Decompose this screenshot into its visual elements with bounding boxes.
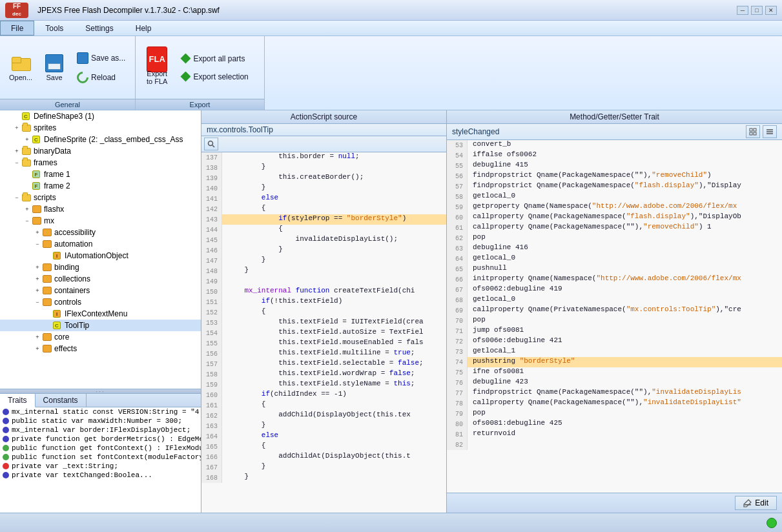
open-label: Open... <box>9 74 32 81</box>
tree-toggle[interactable] <box>43 251 53 261</box>
tree-toggle[interactable]: + <box>32 262 43 272</box>
tree-item-frames[interactable]: − frames <box>0 157 201 169</box>
code-line: 55debugline 415 <box>447 161 782 171</box>
code-toolbar <box>201 136 446 152</box>
toolbar: Open... Save Save as... Reload <box>0 36 782 110</box>
tree-toggle[interactable]: + <box>32 285 43 296</box>
code-line: 62pop <box>447 233 782 243</box>
code-tool-btn[interactable] <box>204 138 218 150</box>
tree-item-frame1[interactable]: F frame 1 <box>0 169 201 180</box>
code-line: 142 { <box>201 204 446 214</box>
tab-constants[interactable]: Constants <box>36 394 87 407</box>
menu-tools[interactable]: Tools <box>34 21 74 36</box>
tree-toggle[interactable]: + <box>32 274 43 284</box>
tab-traits[interactable]: Traits <box>0 394 36 407</box>
open-button[interactable]: Open... <box>5 51 36 85</box>
maximize-button[interactable]: □ <box>751 6 763 15</box>
tree-toggle[interactable]: − <box>32 239 43 249</box>
class-icon: I <box>53 251 63 260</box>
tree-toggle[interactable] <box>22 181 32 191</box>
close-button[interactable]: ✕ <box>765 6 777 15</box>
export-fla-button[interactable]: FLA Exportto FLA <box>141 47 173 88</box>
tree-item-iflexcontextmenu[interactable]: I IFlexContextMenu <box>0 308 201 320</box>
tree-item-definesprite[interactable]: + C DefineSprite (2: _class_embed_css_As… <box>0 134 201 145</box>
menu-help[interactable]: Help <box>125 21 163 36</box>
tree-toggle[interactable]: + <box>32 227 43 238</box>
edit-button[interactable]: Edit <box>735 496 777 510</box>
save-as-button[interactable]: Save as... <box>72 50 130 66</box>
tree-label: mx <box>43 216 54 225</box>
tree-item-containers[interactable]: + containers <box>0 285 201 296</box>
save-icon <box>44 54 65 72</box>
tree-item-scripts[interactable]: − scripts <box>0 192 201 203</box>
actionscript-code[interactable]: 137 this.border = null; 138 } 139 this.c… <box>201 152 446 513</box>
export-selection-button[interactable]: Export selection <box>176 69 252 85</box>
code-line: 161 { <box>201 400 446 411</box>
trait-text: public static var maxWidth:Number = 300; <box>12 417 182 425</box>
tree-item-sprites[interactable]: + sprites <box>0 122 201 134</box>
class-icon: C <box>32 135 43 144</box>
code-line: 155 this.textField.mouseEnabled = fals <box>201 338 446 349</box>
svg-rect-4 <box>750 132 752 135</box>
tree-item-flashx[interactable]: + flashx <box>0 203 201 215</box>
tree-toggle[interactable] <box>12 111 22 121</box>
tree-toggle[interactable]: − <box>12 192 22 203</box>
tree-item-automation[interactable]: − automation <box>0 238 201 250</box>
tree-item-frame2[interactable]: F frame 2 <box>0 180 201 192</box>
package-icon <box>32 205 43 214</box>
tree-item-binarydata[interactable]: + binaryData <box>0 145 201 157</box>
tree-toggle[interactable] <box>43 309 53 319</box>
tree-item-mx[interactable]: − mx <box>0 215 201 227</box>
tree-item-tooltip[interactable]: C ToolTip <box>0 320 201 331</box>
tree-item-collections[interactable]: + collections <box>0 273 201 285</box>
code-line-highlighted: 74pushstring "borderStyle" <box>447 357 782 367</box>
export-all-button[interactable]: Export all parts <box>176 51 252 66</box>
export-fla-label: Exportto FLA <box>147 70 167 85</box>
tree-toggle[interactable]: − <box>22 216 32 226</box>
tree-toggle[interactable]: − <box>32 297 43 307</box>
tree-toggle[interactable]: + <box>32 343 43 354</box>
tree-item-effects[interactable]: + effects <box>0 343 201 354</box>
tree-item-binding[interactable]: + binding <box>0 261 201 273</box>
tree-toggle[interactable]: + <box>22 134 32 145</box>
folder-icon <box>22 158 32 167</box>
method-name-text: styleChanged <box>452 127 499 136</box>
method-code[interactable]: 53convert_b 54iffalse ofs0062 55debuglin… <box>447 140 782 493</box>
tree-container[interactable]: C DefineShape3 (1) + sprites + C DefineS… <box>0 110 201 389</box>
tree-label: sprites <box>32 123 56 132</box>
tree-item-accessibility[interactable]: + accessibility <box>0 227 201 238</box>
save-button[interactable]: Save <box>39 51 70 85</box>
method-btn-1[interactable] <box>746 125 760 138</box>
tree-toggle[interactable]: + <box>22 204 32 214</box>
menu-file[interactable]: File <box>0 21 34 36</box>
tree-item-controls[interactable]: − controls <box>0 296 201 308</box>
title-bar: FFdec JPEXS Free Flash Decompiler v.1.7.… <box>0 0 782 21</box>
minimize-button[interactable]: ─ <box>737 6 748 15</box>
export-selection-label: Export selection <box>193 72 248 81</box>
code-line: 78callproperty Qname(PackageNamespace(""… <box>447 398 782 409</box>
reload-button[interactable]: Reload <box>72 69 130 86</box>
open-folder-icon <box>10 54 31 72</box>
code-line: 162 addChild(DisplayObject(this.tex <box>201 411 446 421</box>
tree-item-iautomationobject[interactable]: I IAutomationObject <box>0 250 201 261</box>
tree-toggle[interactable]: − <box>12 158 22 168</box>
tree-toggle[interactable]: + <box>12 123 22 133</box>
package-icon <box>43 240 53 249</box>
method-btn-2[interactable] <box>763 125 777 138</box>
tree-toggle[interactable]: + <box>12 146 22 156</box>
code-line: 80ofs0081:debugline 425 <box>447 419 782 429</box>
tree-label: controls <box>53 298 81 307</box>
tree-toggle[interactable] <box>22 169 32 179</box>
code-line: 75ifne ofs0081 <box>447 367 782 378</box>
tree-item-core[interactable]: + core <box>0 331 201 343</box>
reload-icon <box>74 69 90 85</box>
code-line: 54iffalse ofs0062 <box>447 150 782 161</box>
tree-label: flashx <box>43 205 64 214</box>
menu-settings[interactable]: Settings <box>74 21 124 36</box>
package-icon <box>43 263 53 272</box>
tree-item-defineshape[interactable]: C DefineShape3 (1) <box>0 110 201 122</box>
tree-toggle[interactable] <box>43 320 53 331</box>
code-line: 144 { <box>201 225 446 235</box>
tree-toggle[interactable]: + <box>32 332 43 342</box>
trait-indicator <box>3 427 9 433</box>
